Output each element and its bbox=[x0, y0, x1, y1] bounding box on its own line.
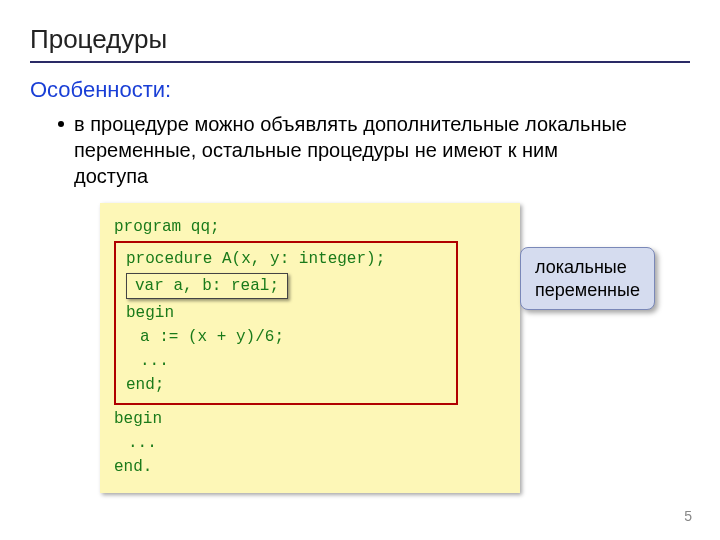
callout-line: локальные bbox=[535, 257, 627, 277]
code-line: ... bbox=[126, 349, 446, 373]
code-line: a := (x + y)/6; bbox=[126, 325, 446, 349]
section-subtitle: Особенности: bbox=[30, 77, 690, 103]
bullet-item: в процедуре можно объявлять дополнительн… bbox=[58, 111, 690, 189]
code-block: program qq; procedure A(x, y: integer); … bbox=[100, 203, 520, 493]
slide-title: Процедуры bbox=[30, 24, 690, 63]
callout-line: переменные bbox=[535, 280, 640, 300]
code-line: end. bbox=[114, 458, 152, 476]
code-line: end; bbox=[126, 376, 164, 394]
bullet-text: в процедуре можно объявлять дополнительн… bbox=[74, 111, 634, 189]
code-line: ... bbox=[114, 431, 506, 455]
code-line: procedure A(x, y: integer); bbox=[126, 250, 385, 268]
procedure-highlight-box: procedure A(x, y: integer); var a, b: re… bbox=[114, 241, 458, 405]
code-line: begin bbox=[126, 304, 174, 322]
var-declaration-box: var a, b: real; bbox=[126, 273, 288, 299]
bullet-dot-icon bbox=[58, 121, 64, 127]
code-block-wrap: program qq; procedure A(x, y: integer); … bbox=[100, 203, 520, 493]
code-line: begin bbox=[114, 410, 162, 428]
page-number: 5 bbox=[684, 508, 692, 524]
callout-local-vars: локальные переменные bbox=[520, 247, 655, 310]
code-line: program qq; bbox=[114, 218, 220, 236]
